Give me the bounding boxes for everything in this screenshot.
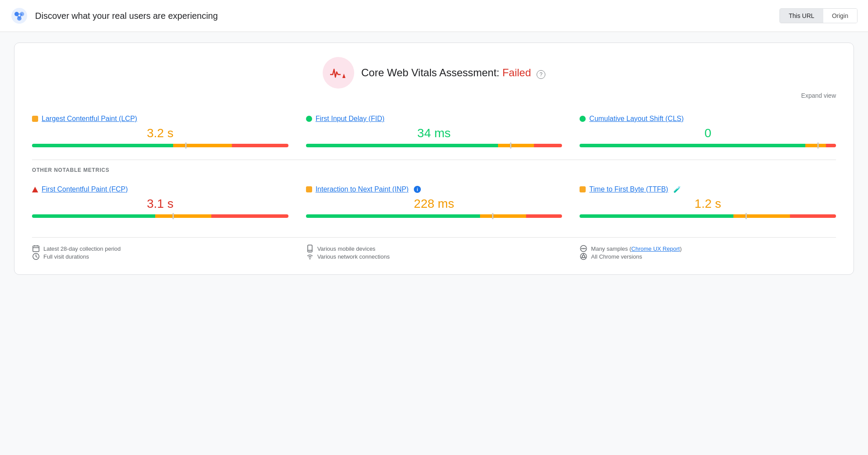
footer-item: Various network connections	[306, 252, 562, 260]
expand-view-button[interactable]: Expand view	[32, 92, 836, 99]
footer-col-1: Latest 28-day collection periodFull visi…	[32, 245, 288, 260]
footer-col-2: Various mobile devicesVarious network co…	[306, 245, 562, 260]
progress-marker	[172, 213, 174, 219]
origin-button[interactable]: Origin	[823, 9, 857, 23]
help-icon[interactable]: ?	[537, 70, 545, 79]
metric-fid: First Input Delay (FID)34 ms	[306, 110, 562, 153]
assessment-header: Core Web Vitals Assessment: Failed ?	[32, 57, 836, 89]
progress-marker	[510, 142, 512, 149]
progress-marker	[492, 213, 494, 219]
chrome-ux-report-link[interactable]: Chrome UX Report	[631, 245, 680, 252]
samples-icon	[580, 245, 587, 252]
progress-bar	[580, 144, 836, 147]
footer-col-3: Many samples (Chrome UX Report)All Chrom…	[580, 245, 836, 260]
metric-name-fcp[interactable]: First Contentful Paint (FCP)	[42, 185, 128, 193]
metric-name-cls[interactable]: Cumulative Layout Shift (CLS)	[589, 115, 683, 123]
info-badge-inp[interactable]: i	[414, 186, 421, 193]
footer-item-text: Various mobile devices	[317, 245, 376, 252]
header-title: Discover what your real users are experi…	[35, 11, 779, 21]
metric-name-fid[interactable]: First Input Delay (FID)	[316, 115, 384, 123]
metric-value-lcp: 3.2 s	[32, 126, 288, 140]
footer-item-text: Various network connections	[317, 253, 390, 260]
this-url-button[interactable]: This URL	[780, 9, 823, 23]
footer-item-text: Full visit durations	[43, 253, 89, 260]
main-content: Core Web Vitals Assessment: Failed ? Exp…	[0, 32, 868, 455]
progress-bar	[306, 144, 562, 147]
assessment-icon	[323, 57, 354, 89]
svg-point-0	[11, 8, 27, 24]
metric-ttfb: Time to First Byte (TTFB)🧪1.2 s	[580, 180, 836, 223]
metric-inp: Interaction to Next Paint (INP)i228 ms	[306, 180, 562, 223]
metric-indicator-fid	[306, 116, 312, 122]
header: Discover what your real users are experi…	[0, 0, 868, 32]
footer-item-text: Latest 28-day collection period	[43, 245, 121, 252]
metric-name-inp[interactable]: Interaction to Next Paint (INP)	[316, 185, 409, 193]
svg-point-16	[309, 259, 310, 259]
beaker-icon-ttfb: 🧪	[673, 186, 681, 193]
metric-fcp: First Contentful Paint (FCP)3.1 s	[32, 180, 288, 223]
metric-name-lcp[interactable]: Largest Contentful Paint (LCP)	[42, 115, 137, 123]
assessment-title: Core Web Vitals Assessment: Failed ?	[361, 67, 545, 79]
metric-indicator-cls	[580, 116, 586, 122]
progress-marker	[818, 142, 819, 149]
metric-name-ttfb[interactable]: Time to First Byte (TTFB)	[589, 185, 668, 193]
metric-indicator-fcp	[32, 187, 38, 192]
footer-item: All Chrome versions	[580, 252, 836, 260]
metric-value-fcp: 3.1 s	[32, 197, 288, 211]
footer-item-text: All Chrome versions	[591, 253, 642, 260]
metric-indicator-inp	[306, 186, 312, 192]
footer-info: Latest 28-day collection periodFull visi…	[32, 237, 836, 260]
clock-icon	[32, 252, 40, 260]
footer-item: Many samples (Chrome UX Report)	[580, 245, 836, 252]
metric-value-cls: 0	[580, 126, 836, 140]
metric-label-lcp: Largest Contentful Paint (LCP)	[32, 115, 288, 123]
progress-bar	[32, 144, 288, 147]
svg-marker-7	[342, 74, 345, 78]
metrics-divider	[32, 160, 836, 160]
notable-metrics-grid: First Contentful Paint (FCP)3.1 sInterac…	[32, 180, 836, 223]
metric-lcp: Largest Contentful Paint (LCP)3.2 s	[32, 110, 288, 153]
metric-value-fid: 34 ms	[306, 126, 562, 140]
progress-bar	[32, 214, 288, 218]
footer-item: Latest 28-day collection period	[32, 245, 288, 252]
mobile-icon	[306, 245, 314, 252]
footer-item-text: Many samples (Chrome UX Report)	[591, 245, 682, 252]
metric-label-fid: First Input Delay (FID)	[306, 115, 562, 123]
cwv-card: Core Web Vitals Assessment: Failed ? Exp…	[14, 43, 854, 275]
svg-point-15	[309, 251, 310, 252]
svg-point-20	[584, 248, 586, 249]
progress-bar	[306, 214, 562, 218]
notable-metrics-label: OTHER NOTABLE METRICS	[32, 167, 836, 173]
url-origin-toggle[interactable]: This URL Origin	[779, 8, 857, 23]
metric-value-inp: 228 ms	[306, 197, 562, 211]
footer-item: Full visit durations	[32, 252, 288, 260]
core-metrics-grid: Largest Contentful Paint (LCP)3.2 sFirst…	[32, 110, 836, 153]
footer-item: Various mobile devices	[306, 245, 562, 252]
app-logo	[11, 7, 28, 25]
metric-value-ttfb: 1.2 s	[580, 197, 836, 211]
svg-point-18	[581, 248, 583, 249]
svg-point-19	[583, 248, 584, 249]
metric-label-inp: Interaction to Next Paint (INP)i	[306, 185, 562, 193]
progress-marker	[746, 213, 747, 219]
metric-label-cls: Cumulative Layout Shift (CLS)	[580, 115, 836, 123]
svg-rect-13	[308, 245, 312, 252]
metric-indicator-lcp	[32, 116, 38, 122]
metric-cls: Cumulative Layout Shift (CLS)0	[580, 110, 836, 153]
progress-bar	[580, 214, 836, 218]
svg-rect-8	[33, 246, 39, 252]
metric-label-fcp: First Contentful Paint (FCP)	[32, 185, 288, 193]
calendar-icon	[32, 245, 40, 252]
metric-label-ttfb: Time to First Byte (TTFB)🧪	[580, 185, 836, 193]
wifi-icon	[306, 252, 314, 260]
metric-indicator-ttfb	[580, 186, 586, 192]
chrome-icon	[580, 252, 587, 260]
progress-marker	[185, 142, 186, 149]
